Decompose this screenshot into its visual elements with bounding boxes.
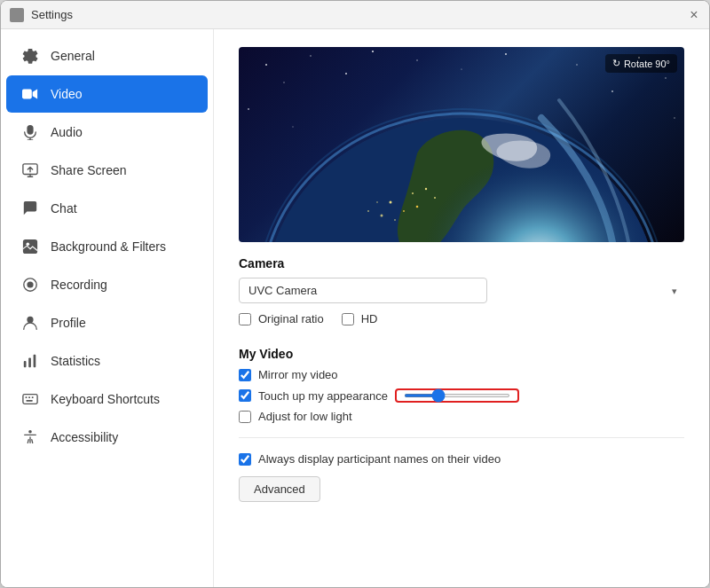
camera-select[interactable]: UVC Camera <box>239 278 487 303</box>
my-video-section-label: My Video <box>239 347 684 361</box>
svg-rect-0 <box>12 10 22 20</box>
my-video-section: My Video Mirror my video Touch up my app… <box>239 347 684 423</box>
always-display-checkbox[interactable] <box>239 453 251 466</box>
svg-point-10 <box>27 317 33 323</box>
touch-up-slider[interactable] <box>404 394 510 397</box>
sidebar-item-keyboard-shortcuts[interactable]: Keyboard Shortcuts <box>6 380 208 418</box>
gear-icon <box>20 46 40 66</box>
sidebar-item-background-label: Background & Filters <box>51 239 166 254</box>
sidebar-item-profile-label: Profile <box>51 316 86 330</box>
svg-point-29 <box>345 73 347 74</box>
svg-point-31 <box>611 90 613 92</box>
svg-point-21 <box>310 55 312 57</box>
svg-rect-2 <box>27 125 33 135</box>
share-screen-icon <box>20 161 40 180</box>
adjust-low-light-label[interactable]: Adjust for low light <box>258 410 352 423</box>
adjust-low-light-checkbox[interactable] <box>239 411 251 423</box>
recording-icon <box>20 275 40 294</box>
content-area: General Video <box>1 29 709 587</box>
separator <box>239 437 684 438</box>
video-preview: ↻ Rotate 90° <box>239 47 684 242</box>
sidebar: General Video <box>1 29 214 587</box>
rotate-button[interactable]: ↻ Rotate 90° <box>605 54 677 73</box>
svg-rect-18 <box>27 400 33 402</box>
rotate-label: Rotate 90° <box>624 59 670 69</box>
svg-point-28 <box>283 82 285 83</box>
camera-section-label: Camera <box>239 256 684 270</box>
main-content: ↻ Rotate 90° Camera UVC Camera ▾ Origina… <box>214 29 709 587</box>
svg-rect-1 <box>22 90 32 99</box>
hd-row: HD <box>342 312 378 325</box>
sidebar-item-chat-label: Chat <box>51 201 77 216</box>
adjust-low-light-row: Adjust for low light <box>239 410 684 423</box>
svg-point-25 <box>576 64 578 66</box>
video-icon <box>20 84 40 104</box>
sidebar-item-accessibility[interactable]: Accessibility <box>6 419 208 456</box>
sidebar-item-recording-label: Recording <box>51 278 107 292</box>
close-button[interactable]: × <box>688 9 700 21</box>
sidebar-item-statistics[interactable]: Statistics <box>6 342 208 380</box>
app-icon <box>10 8 24 22</box>
svg-rect-16 <box>28 396 30 398</box>
svg-point-33 <box>248 108 249 110</box>
sidebar-item-recording[interactable]: Recording <box>6 266 208 303</box>
always-display-row: Always display participant names on thei… <box>239 452 684 466</box>
svg-point-32 <box>674 117 675 119</box>
sidebar-item-video-label: Video <box>51 87 83 101</box>
original-ratio-label[interactable]: Original ratio <box>258 312 324 325</box>
svg-rect-14 <box>23 395 37 404</box>
titlebar: Settings × <box>1 1 709 29</box>
advanced-button[interactable]: Advanced <box>239 476 320 502</box>
sidebar-item-keyboard-shortcuts-label: Keyboard Shortcuts <box>51 392 160 406</box>
audio-icon <box>20 122 40 142</box>
chevron-down-icon: ▾ <box>672 285 677 296</box>
svg-rect-17 <box>32 396 34 398</box>
sidebar-item-statistics-label: Statistics <box>51 354 100 368</box>
svg-rect-15 <box>26 396 28 398</box>
original-ratio-row: Original ratio <box>239 312 324 325</box>
svg-point-27 <box>665 77 666 78</box>
svg-point-19 <box>28 430 32 434</box>
touch-up-checkbox-part: Touch up my appearance <box>239 389 388 403</box>
rotate-icon: ↻ <box>612 58 620 69</box>
chat-icon <box>20 199 40 218</box>
statistics-icon <box>20 351 40 371</box>
touch-up-checkbox[interactable] <box>239 389 251 402</box>
mirror-checkbox[interactable] <box>239 369 251 381</box>
sidebar-item-video[interactable]: Video <box>6 75 208 113</box>
svg-point-30 <box>461 68 462 69</box>
svg-point-7 <box>27 243 30 247</box>
camera-select-wrapper: UVC Camera ▾ <box>239 278 684 303</box>
profile-icon <box>20 313 40 333</box>
always-display-label[interactable]: Always display participant names on thei… <box>258 452 501 466</box>
mirror-row: Mirror my video <box>239 368 684 381</box>
svg-rect-6 <box>23 239 37 254</box>
sidebar-item-general-label: General <box>51 49 95 63</box>
svg-point-22 <box>372 51 374 52</box>
original-ratio-checkbox[interactable] <box>239 313 251 325</box>
sidebar-item-general[interactable]: General <box>6 37 208 74</box>
sidebar-item-background[interactable]: Background & Filters <box>6 228 208 265</box>
sidebar-item-profile[interactable]: Profile <box>6 304 208 341</box>
hd-checkbox[interactable] <box>342 313 354 325</box>
sidebar-item-audio[interactable]: Audio <box>6 114 208 151</box>
sidebar-item-share-screen-label: Share Screen <box>51 163 127 177</box>
touch-up-row: Touch up my appearance <box>239 388 684 403</box>
keyboard-icon <box>20 389 40 409</box>
sidebar-item-chat[interactable]: Chat <box>6 190 208 227</box>
sidebar-item-accessibility-label: Accessibility <box>51 430 118 444</box>
sidebar-item-audio-label: Audio <box>51 125 83 139</box>
svg-point-23 <box>416 59 417 60</box>
svg-rect-13 <box>34 355 36 367</box>
touch-up-label[interactable]: Touch up my appearance <box>258 389 388 403</box>
touch-up-slider-wrapper <box>395 388 519 403</box>
svg-point-24 <box>505 53 507 55</box>
svg-point-34 <box>292 126 293 127</box>
camera-section: Camera UVC Camera ▾ Original ratio HD <box>239 256 684 333</box>
sidebar-item-share-screen[interactable]: Share Screen <box>6 152 208 189</box>
svg-point-49 <box>266 118 657 242</box>
svg-rect-11 <box>24 361 27 367</box>
hd-label[interactable]: HD <box>361 312 378 325</box>
settings-window: Settings × General <box>0 0 710 588</box>
mirror-label[interactable]: Mirror my video <box>258 368 338 381</box>
